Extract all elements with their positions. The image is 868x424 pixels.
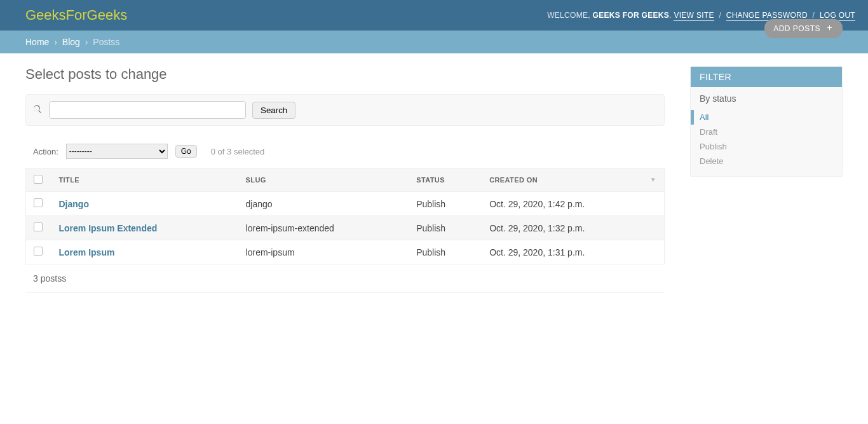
row-status: Publish (409, 216, 482, 240)
title-row: Select posts to change (25, 66, 665, 83)
search-bar: Search (25, 94, 665, 126)
row-status: Publish (409, 240, 482, 264)
action-bar: Action: --------- Go 0 of 3 selected (25, 140, 665, 163)
user-links: WELCOME, GEEKS FOR GEEKS. VIEW SITE / CH… (547, 11, 855, 20)
row-slug: django (238, 192, 409, 216)
go-button[interactable]: Go (175, 145, 197, 158)
separator: / (719, 11, 721, 20)
breadcrumb-blog[interactable]: Blog (62, 37, 80, 47)
selection-count: 0 of 3 selected (211, 147, 265, 156)
filter-heading: FILTER (691, 67, 842, 87)
select-all-checkbox[interactable] (34, 175, 43, 184)
page-title: Select posts to change (25, 66, 167, 83)
search-input[interactable] (49, 101, 246, 119)
row-checkbox[interactable] (34, 198, 43, 207)
row-title-link[interactable]: Django (59, 199, 89, 209)
view-site-link[interactable]: VIEW SITE (674, 11, 714, 21)
add-posts-button[interactable]: ADD POSTS (764, 19, 843, 38)
filter-option-all[interactable]: All (691, 110, 842, 125)
chevron-right-icon: › (85, 37, 88, 47)
col-slug[interactable]: SLUG (238, 168, 409, 192)
add-posts-label: ADD POSTS (773, 24, 820, 33)
search-button[interactable]: Search (252, 102, 295, 119)
row-slug: lorem-ipsum-extended (238, 216, 409, 240)
row-checkbox[interactable] (34, 222, 43, 231)
col-status[interactable]: STATUS (409, 168, 482, 192)
row-status: Publish (409, 192, 482, 216)
row-created: Oct. 29, 2020, 1:31 p.m. (482, 240, 664, 264)
breadcrumb: Home › Blog › Postss (0, 31, 868, 53)
welcome-text: WELCOME, (547, 11, 592, 20)
username: GEEKS FOR GEEKS (593, 11, 670, 20)
col-created[interactable]: CREATED ON▼ (482, 168, 664, 192)
chevron-right-icon: › (54, 37, 57, 47)
row-slug: lorem-ipsum (238, 240, 409, 264)
row-created: Oct. 29, 2020, 1:32 p.m. (482, 216, 664, 240)
row-title-link[interactable]: Lorem Ipsum (59, 247, 115, 257)
action-select[interactable]: --------- (66, 144, 168, 159)
table-row: Lorem Ipsum Extended lorem-ipsum-extende… (26, 216, 665, 240)
breadcrumb-home[interactable]: Home (25, 37, 49, 47)
results-count: 3 postss (25, 264, 665, 293)
filter-option-draft[interactable]: Draft (691, 125, 842, 139)
sort-desc-icon: ▼ (650, 176, 656, 183)
col-title[interactable]: TITLE (51, 168, 238, 192)
breadcrumb-current: Postss (93, 37, 119, 47)
search-icon (32, 104, 43, 116)
col-created-label: CREATED ON (489, 176, 538, 184)
plus-icon (825, 24, 834, 34)
filter-list: All Draft Publish Delete (691, 107, 842, 176)
row-checkbox[interactable] (34, 247, 43, 256)
filter-subheading: By status (691, 87, 842, 107)
brand-title: GeeksForGeeks (25, 7, 127, 24)
row-title-link[interactable]: Lorem Ipsum Extended (59, 223, 158, 233)
row-created: Oct. 29, 2020, 1:42 p.m. (482, 192, 664, 216)
filter-option-delete[interactable]: Delete (691, 154, 842, 168)
separator: / (813, 11, 815, 20)
filter-panel: FILTER By status All Draft Publish Delet… (690, 66, 843, 177)
filter-option-publish[interactable]: Publish (691, 139, 842, 154)
results-table: TITLE SLUG STATUS CREATED ON▼ Django dja… (25, 168, 665, 264)
action-label: Action: (33, 147, 58, 156)
table-row: Django django Publish Oct. 29, 2020, 1:4… (26, 192, 665, 216)
table-row: Lorem Ipsum lorem-ipsum Publish Oct. 29,… (26, 240, 665, 264)
top-header: GeeksForGeeks WELCOME, GEEKS FOR GEEKS. … (0, 0, 868, 31)
